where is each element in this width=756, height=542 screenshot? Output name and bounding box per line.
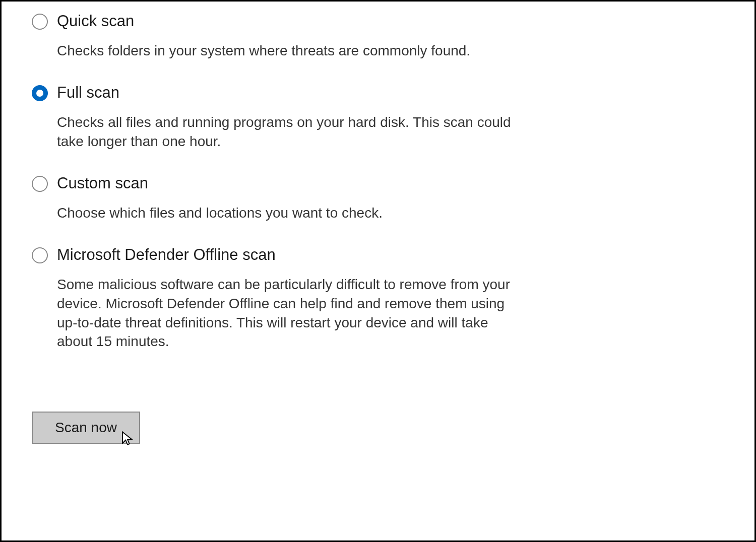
action-button-row: Scan now [32,412,516,444]
option-content: Full scan Checks all files and running p… [57,83,516,151]
scan-now-label: Scan now [55,420,117,435]
radio-icon [32,176,48,192]
option-content: Custom scan Choose which files and locat… [57,174,516,223]
option-description: Choose which files and locations you wan… [57,204,516,223]
radio-icon-selected [32,85,48,101]
option-full-scan[interactable]: Full scan Checks all files and running p… [32,83,516,151]
option-content: Quick scan Checks folders in your system… [57,12,516,60]
radio-custom-scan[interactable] [32,174,48,192]
radio-quick-scan[interactable] [32,12,48,30]
option-description: Some malicious software can be particula… [57,275,516,351]
option-content: Microsoft Defender Offline scan Some mal… [57,245,516,351]
option-quick-scan[interactable]: Quick scan Checks folders in your system… [32,12,516,60]
option-description: Checks all files and running programs on… [57,113,516,151]
cursor-icon [121,431,134,446]
option-label: Microsoft Defender Offline scan [57,245,516,264]
radio-dot-icon [36,90,43,97]
option-label: Custom scan [57,174,516,192]
option-custom-scan[interactable]: Custom scan Choose which files and locat… [32,174,516,223]
option-offline-scan[interactable]: Microsoft Defender Offline scan Some mal… [32,245,516,351]
radio-offline-scan[interactable] [32,245,48,263]
scan-now-button[interactable]: Scan now [32,412,140,444]
option-label: Quick scan [57,12,516,30]
scan-options-list: Quick scan Checks folders in your system… [32,12,516,444]
radio-full-scan[interactable] [32,83,48,101]
radio-icon [32,14,48,30]
option-label: Full scan [57,83,516,102]
radio-icon [32,247,48,263]
option-description: Checks folders in your system where thre… [57,41,516,60]
